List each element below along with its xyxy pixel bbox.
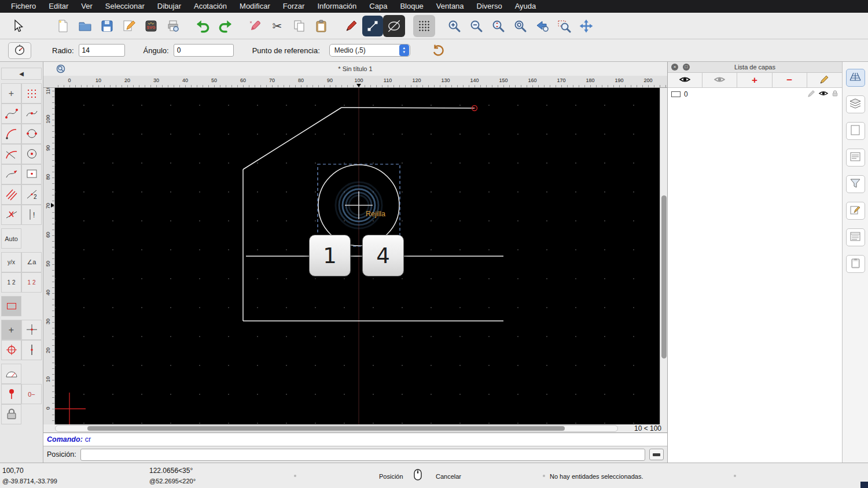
active-tool-button[interactable] [8, 42, 31, 59]
snap-grid-button[interactable] [21, 83, 42, 103]
snap-intersection-button[interactable] [1, 164, 21, 184]
menu-bloque[interactable]: Bloque [393, 0, 429, 13]
erase-button[interactable] [244, 15, 266, 37]
line-tool-button[interactable] [362, 16, 383, 36]
coord-polar-button[interactable]: ∠a [21, 252, 42, 272]
copy-button[interactable] [288, 15, 310, 37]
select-window-button[interactable] [1, 296, 21, 316]
restrict-nothing-button[interactable] [1, 205, 21, 225]
view-list-toggle[interactable] [846, 149, 865, 167]
zoom-in-button[interactable] [443, 15, 465, 37]
circle-cross-button[interactable] [1, 340, 21, 360]
block-list-toggle[interactable] [846, 122, 865, 140]
lock-relative-zero-button[interactable] [1, 404, 21, 424]
menu-diverso[interactable]: Diverso [470, 0, 509, 13]
command-line[interactable]: Comando: cr [43, 432, 667, 446]
pan-button[interactable] [575, 15, 597, 37]
edit-layer-button[interactable] [807, 73, 842, 87]
radius-input[interactable] [79, 44, 125, 57]
snap-free-button[interactable]: + [1, 83, 21, 103]
snap-perpendicular-button[interactable] [1, 124, 21, 144]
snap-reference-button[interactable] [21, 164, 42, 184]
layer-list-toggle[interactable] [846, 95, 865, 113]
zoom-indicator-icon[interactable] [56, 64, 65, 75]
save-button[interactable] [96, 15, 118, 37]
menu-forzar[interactable]: Forzar [277, 0, 311, 13]
vertical-scroll-thumb[interactable] [661, 195, 667, 358]
snap-center-button[interactable] [21, 144, 42, 164]
menu-ventana[interactable]: Ventana [430, 0, 470, 13]
edit-drawing-button[interactable] [118, 15, 140, 37]
grid-toggle-button[interactable] [413, 15, 435, 37]
menu-capa[interactable]: Capa [363, 0, 393, 13]
snap-middle-button[interactable]: 2 [21, 184, 42, 205]
snap-tangent2-button[interactable] [1, 144, 21, 164]
menu-acotación[interactable]: Acotación [187, 0, 233, 13]
zoom-out-button[interactable] [465, 15, 487, 37]
zoom-refresh-button[interactable] [509, 15, 531, 37]
zoom-auto-button[interactable] [487, 15, 509, 37]
layer-lock-icon[interactable] [832, 90, 838, 99]
coord-relative-polar-button[interactable]: 1 2 [21, 272, 42, 293]
point-plus-button[interactable]: + [1, 320, 21, 340]
layer-visible-icon[interactable] [819, 90, 828, 98]
collapse-palette-button[interactable]: ◀ [1, 68, 42, 80]
reference-point-select[interactable]: Medio (,5) ▲▼ [329, 44, 410, 57]
vertical-scrollbar[interactable] [660, 88, 667, 424]
undo-button[interactable] [192, 15, 214, 37]
select-cursor-button[interactable] [7, 15, 29, 37]
add-layer-button[interactable]: + [737, 73, 772, 87]
property-editor-toggle[interactable] [846, 69, 865, 87]
menu-editar[interactable]: Editar [42, 0, 75, 13]
show-all-layers-button[interactable] [668, 73, 703, 87]
layer-color-swatch[interactable] [671, 91, 681, 97]
crosshair-point-button[interactable] [21, 320, 42, 340]
hide-all-layers-button[interactable] [703, 73, 737, 87]
horizontal-scroll-thumb[interactable] [87, 426, 565, 431]
drawing-area[interactable]: Rejilla 14 [55, 88, 660, 424]
zoom-window-button[interactable] [553, 15, 575, 37]
print-preview-button[interactable] [162, 15, 184, 37]
zero-dash-button[interactable]: 0− [21, 384, 42, 404]
layer-row[interactable]: 0 [668, 88, 842, 100]
menu-fichero[interactable]: Fichero [5, 0, 42, 13]
new-file-button[interactable] [52, 15, 74, 37]
redo-button[interactable] [214, 15, 236, 37]
clipboard-panel-toggle[interactable] [846, 255, 865, 273]
open-file-button[interactable] [74, 15, 96, 37]
menu-información[interactable]: Información [311, 0, 363, 13]
cut-button[interactable]: ✂ [266, 15, 288, 37]
svg-export-button[interactable]: SVG [140, 15, 162, 37]
close-panel-button[interactable]: × [671, 64, 678, 71]
snap-on-entity-button[interactable] [21, 103, 42, 124]
coord-cartesian-button[interactable]: y/x [1, 252, 21, 272]
library-browser-toggle[interactable] [846, 202, 865, 220]
menu-modificar[interactable]: Modificar [233, 0, 277, 13]
command-history-toggle[interactable] [846, 228, 865, 246]
ortho-line-button[interactable] [21, 340, 42, 360]
restore-defaults-button[interactable] [428, 39, 450, 61]
snap-hatch-button[interactable] [1, 184, 21, 205]
draw-pen-button[interactable] [340, 15, 362, 37]
snap-auto-button[interactable]: Auto [1, 228, 21, 249]
filter-toggle[interactable] [846, 175, 865, 193]
position-input[interactable] [80, 449, 645, 461]
protractor-button[interactable] [1, 364, 21, 384]
command-history-button[interactable] [649, 449, 664, 460]
restrict-vertical-button[interactable]: ! [21, 205, 42, 225]
resize-corner[interactable] [860, 482, 868, 488]
snap-endpoint-button[interactable] [1, 103, 21, 124]
angle-input[interactable] [174, 44, 234, 57]
menu-seleccionar[interactable]: Seleccionar [99, 0, 151, 13]
paste-button[interactable] [310, 15, 332, 37]
ellipse-tool-button[interactable] [383, 15, 405, 37]
menu-ver[interactable]: Ver [75, 0, 99, 13]
zoom-previous-button[interactable] [531, 15, 553, 37]
snap-pin-button[interactable] [1, 384, 21, 404]
menu-dibujar[interactable]: Dibujar [151, 0, 187, 13]
snap-tangent-button[interactable] [21, 124, 42, 144]
remove-layer-button[interactable]: − [773, 73, 807, 87]
horizontal-scrollbar[interactable] [55, 425, 618, 432]
layer-edit-icon[interactable] [808, 90, 815, 99]
menu-ayuda[interactable]: Ayuda [509, 0, 543, 13]
